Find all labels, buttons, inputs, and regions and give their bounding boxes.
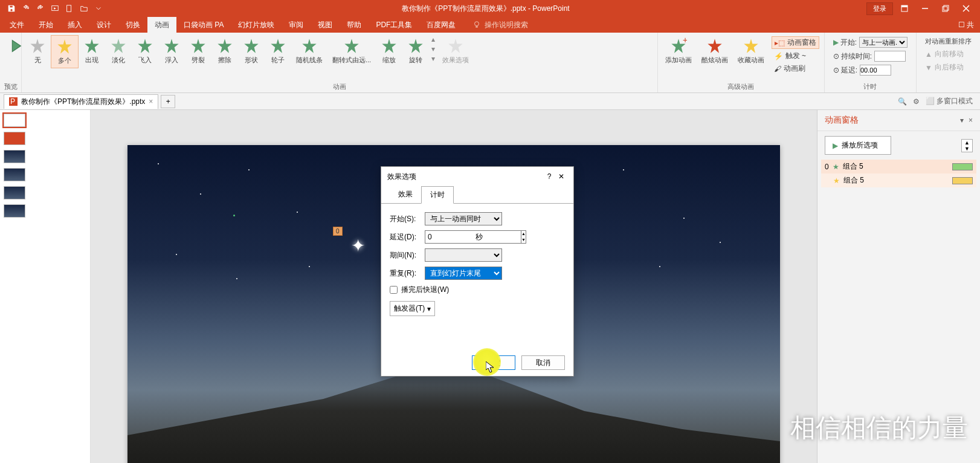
menu-animation[interactable]: 动画: [147, 17, 176, 33]
add-animation-button[interactable]: +添加动画: [660, 35, 697, 67]
search-icon[interactable]: 🔍: [898, 97, 907, 106]
move-forward-button: ▲向前移动: [923, 48, 974, 60]
anim-item-1[interactable]: ★ 组合 5: [821, 173, 976, 187]
reorder-label: 对动画重新排序: [923, 36, 974, 47]
document-tabs: P 教你制作《PPT制作流星雨效果》.pptx × + 🔍 ⚙ ⬜ 多窗口模式: [0, 93, 980, 110]
share-button[interactable]: ☐ 共: [958, 20, 974, 30]
svg-rect-5: [943, 7, 947, 11]
menu-view[interactable]: 视图: [311, 17, 340, 33]
anim-wheel[interactable]: 轮子: [265, 35, 291, 67]
quick-access-toolbar: [0, 2, 105, 15]
anim-split[interactable]: 劈裂: [185, 35, 211, 67]
anim-floatin[interactable]: 浮入: [158, 35, 185, 67]
close-icon[interactable]: [957, 2, 975, 15]
svg-marker-20: [344, 39, 358, 53]
menu-pdf[interactable]: PDF工具集: [369, 17, 419, 33]
anim-flip[interactable]: 翻转式由远...: [327, 35, 376, 67]
reorder-buttons[interactable]: ▲▼: [961, 139, 973, 152]
anim-randombars[interactable]: 随机线条: [291, 35, 327, 67]
save-icon[interactable]: [5, 2, 18, 15]
repeat-select[interactable]: 直到幻灯片末尾: [425, 267, 502, 280]
trigger-button[interactable]: ⚡触发 ~: [772, 50, 819, 62]
anim-none[interactable]: 无: [24, 35, 51, 67]
ribbon-options-icon[interactable]: [895, 2, 914, 15]
thumbnail-3[interactable]: [4, 150, 25, 163]
dialog-help-icon[interactable]: ?: [543, 170, 555, 183]
menu-home[interactable]: 开始: [31, 17, 60, 33]
undo-icon[interactable]: [19, 2, 33, 15]
thumbnail-5[interactable]: [4, 186, 25, 199]
menu-file[interactable]: 文件: [2, 17, 31, 33]
close-tab-icon[interactable]: ×: [149, 97, 153, 106]
qat-more-icon[interactable]: [92, 2, 105, 15]
star-icon: ★: [833, 163, 839, 171]
svg-marker-19: [302, 39, 316, 53]
open-icon[interactable]: [77, 2, 91, 15]
dialog-close-icon[interactable]: ✕: [555, 170, 567, 183]
slideshow-icon[interactable]: [48, 2, 62, 15]
trigger-dropdown[interactable]: 触发器(T) ▾: [390, 301, 435, 316]
tab-effect[interactable]: 效果: [390, 186, 421, 203]
ok-button[interactable]: 确定: [472, 355, 515, 370]
pane-dropdown-icon[interactable]: ▾: [960, 116, 964, 125]
duration-input[interactable]: [874, 51, 906, 62]
ppt-icon: P: [9, 97, 18, 106]
anim-flyin[interactable]: 飞入: [132, 35, 158, 67]
anim-item-0[interactable]: 0 ★ 组合 5: [821, 160, 976, 173]
file-tab[interactable]: P 教你制作《PPT制作流星雨效果》.pptx ×: [4, 94, 158, 109]
menu-slideshow[interactable]: 幻灯片放映: [231, 17, 282, 33]
delay-input[interactable]: [425, 230, 521, 244]
spin-down[interactable]: ▼: [521, 237, 526, 243]
minimize-icon[interactable]: [916, 2, 934, 15]
window-title: 教你制作《PPT制作流星雨效果》.pptx - PowerPoint: [105, 4, 866, 14]
thumbnail-1[interactable]: [4, 114, 25, 127]
menu-transition[interactable]: 切换: [118, 17, 147, 33]
multiwindow-button[interactable]: ⬜ 多窗口模式: [926, 96, 973, 106]
move-backward-button: ▼向后移动: [923, 62, 974, 73]
period-select[interactable]: [425, 248, 502, 262]
menu-help[interactable]: 帮助: [340, 17, 369, 33]
anim-fade[interactable]: 淡化: [105, 35, 132, 67]
tell-me-search[interactable]: 操作说明搜索: [472, 20, 528, 30]
thumbnail-4[interactable]: [4, 168, 25, 181]
thumbnail-2[interactable]: [4, 132, 25, 145]
animation-marker[interactable]: 0: [333, 227, 343, 236]
anim-multiple[interactable]: 多个: [51, 35, 79, 68]
tab-timing[interactable]: 计时: [421, 186, 454, 204]
spin-up[interactable]: ▲: [521, 231, 526, 237]
rewind-checkbox[interactable]: [390, 286, 398, 294]
login-button[interactable]: 登录: [866, 2, 893, 15]
gallery-scroll[interactable]: ▴▾▾: [429, 35, 437, 63]
animation-pane-button[interactable]: ▸⬚动画窗格: [772, 36, 819, 49]
menu-design[interactable]: 设计: [89, 17, 118, 33]
animation-painter-button[interactable]: 🖌动画刷: [772, 63, 819, 74]
star-shape[interactable]: ✦: [351, 236, 365, 256]
add-tab-button[interactable]: +: [161, 95, 175, 108]
redo-icon[interactable]: [34, 2, 47, 15]
cancel-button[interactable]: 取消: [521, 355, 565, 370]
svg-marker-8: [12, 40, 21, 52]
fav-animation-button[interactable]: 收藏动画: [733, 35, 769, 67]
ribbon: 预览 无 多个 出现 淡化 飞入 浮入 劈裂 擦除 形状 轮子 随机线条 翻转式…: [0, 33, 980, 93]
play-selected-button[interactable]: ▶播放所选项: [825, 136, 891, 155]
menu-insert[interactable]: 插入: [60, 17, 89, 33]
settings-icon[interactable]: ⚙: [913, 97, 920, 106]
thumbnail-6[interactable]: [4, 204, 25, 218]
new-icon[interactable]: [63, 2, 76, 15]
pane-close-icon[interactable]: ×: [969, 116, 973, 125]
watermark-text: 相信相信的力量: [790, 411, 968, 445]
anim-appear[interactable]: 出现: [79, 35, 105, 67]
menu-baidu[interactable]: 百度网盘: [419, 17, 463, 33]
menu-pocket[interactable]: 口袋动画 PA: [176, 17, 231, 33]
anim-wipe[interactable]: 擦除: [211, 35, 238, 67]
cool-animation-button[interactable]: 酷炫动画: [697, 35, 733, 67]
anim-rotate[interactable]: 旋转: [402, 35, 429, 67]
start-select[interactable]: 与上一动画...: [859, 37, 907, 48]
delay-input[interactable]: [860, 65, 891, 76]
restore-icon[interactable]: [936, 2, 955, 15]
menu-review[interactable]: 审阅: [282, 17, 311, 33]
anim-shape[interactable]: 形状: [238, 35, 265, 67]
anim-zoom[interactable]: 缩放: [376, 35, 402, 67]
start-select[interactable]: 与上一动画同时: [425, 212, 502, 225]
star-icon: ★: [833, 176, 840, 185]
